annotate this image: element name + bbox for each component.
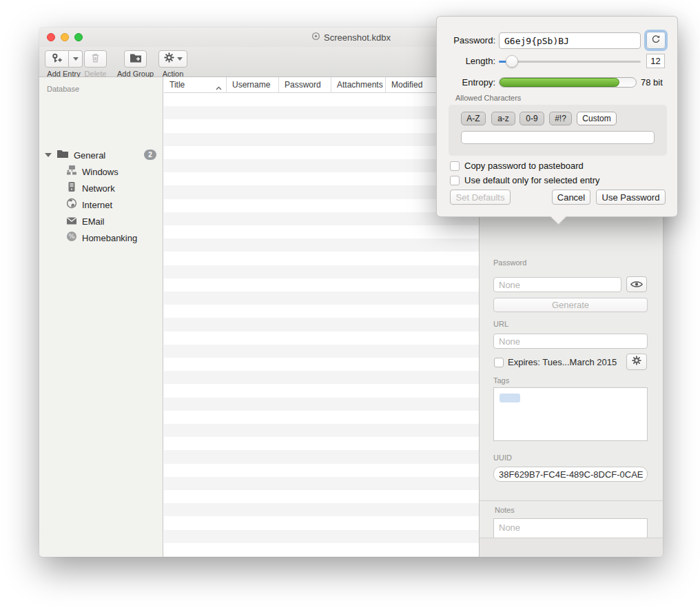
column-header-password[interactable]: Password [279, 77, 331, 92]
generate-button[interactable]: Generate [493, 298, 648, 312]
disclosure-triangle-icon[interactable] [45, 153, 52, 157]
default-selected-entry-label: Use default only for selected entry [464, 175, 600, 185]
eye-icon [630, 278, 643, 291]
sidebar-item-label: EMail [82, 216, 105, 227]
column-header-label: Modified [391, 80, 422, 90]
allowed-characters-box: A-Za-z0-9#!?Custom [449, 105, 667, 156]
trash-icon [90, 52, 101, 66]
folder-plus-icon [130, 53, 142, 65]
sidebar-item-label: Homebanking [82, 233, 137, 243]
add-entry-dropdown-button[interactable] [69, 50, 83, 68]
folder-icon [56, 149, 69, 161]
url-field[interactable]: None [493, 334, 648, 349]
expires-checkbox[interactable] [494, 358, 504, 367]
envelope-icon [66, 215, 77, 227]
generated-password-field[interactable]: G6ej9{pSb)BJ [499, 32, 641, 49]
toolbar-item-delete: Delete [84, 50, 107, 78]
add-group-button[interactable] [124, 50, 147, 68]
length-label: Length: [437, 56, 495, 66]
sidebar-item-label: Windows [82, 167, 119, 177]
charset-button-custom[interactable]: Custom [577, 112, 617, 125]
regenerate-password-button[interactable] [646, 32, 666, 49]
sidebar-item-general[interactable]: General 2 [39, 147, 163, 163]
column-header-attachments[interactable]: Attachments [331, 77, 386, 92]
length-slider[interactable] [499, 61, 641, 63]
popover-password-label: Password: [437, 35, 495, 45]
uuid-section-label: UUID [493, 453, 512, 462]
svg-text:%: % [68, 232, 74, 240]
document-proxy-icon [311, 31, 320, 43]
column-header-label: Attachments [337, 80, 383, 90]
show-password-button[interactable] [626, 276, 647, 292]
column-header-label: Password [285, 80, 321, 90]
entropy-bar-fill [500, 78, 619, 87]
inspector-bottom-bar [480, 538, 663, 557]
entry-count-badge: 2 [144, 150, 156, 160]
delete-button[interactable] [84, 50, 107, 68]
key-plus-icon [51, 52, 63, 66]
chevron-down-icon [73, 57, 79, 61]
gear-icon [164, 52, 174, 65]
copy-pasteboard-label: Copy password to pasteboard [464, 161, 584, 171]
charset-button-az[interactable]: A-Z [461, 112, 486, 125]
refresh-icon [651, 34, 661, 47]
length-value-box[interactable]: 12 [646, 54, 665, 68]
sidebar-item-homebanking[interactable]: %Homebanking [39, 230, 163, 245]
expires-settings-button[interactable] [626, 354, 647, 370]
toolbar-item-add-entry: Add Entry [45, 50, 83, 78]
sidebar-item-label: General [74, 150, 105, 161]
globe-icon [66, 198, 77, 212]
sidebar-item-label: Network [82, 183, 115, 194]
entropy-bar [499, 77, 637, 88]
password-section-label: Password [493, 258, 526, 267]
sidebar-item-windows[interactable]: Windows [39, 164, 163, 179]
use-password-button[interactable]: Use Password [596, 190, 666, 205]
default-selected-entry-row: Use default only for selected entry [450, 175, 600, 185]
sidebar-header: Database [47, 85, 79, 93]
default-selected-entry-checkbox[interactable] [450, 176, 460, 185]
charset-button-az[interactable]: a-z [491, 112, 515, 125]
add-entry-button[interactable] [45, 50, 69, 68]
uuid-field[interactable]: 38F629B7-FC4E-489C-8DCF-0CAE [493, 467, 648, 482]
length-slider-knob[interactable] [506, 55, 518, 68]
percent-icon: % [66, 231, 77, 245]
sidebar-item-network[interactable]: Network [39, 181, 163, 196]
sidebar-item-email[interactable]: EMail [39, 214, 163, 229]
tags-field[interactable] [493, 387, 648, 441]
url-section-label: URL [493, 320, 508, 328]
toolbar-item-action: Action [158, 50, 187, 78]
server-icon [66, 181, 77, 195]
tag-token[interactable] [500, 394, 520, 402]
allowed-characters-label: Allowed Characters [455, 94, 521, 102]
section-divider [480, 500, 663, 501]
password-field[interactable]: None [493, 277, 621, 292]
entry-table: TitleUsernamePasswordAttachmentsModified [164, 77, 479, 557]
chevron-down-icon [177, 57, 183, 61]
set-defaults-button[interactable]: Set Defaults [450, 190, 511, 205]
gear-icon [632, 356, 641, 368]
expires-row: Expires: Tues...March 2015 [494, 357, 617, 367]
action-button[interactable] [158, 50, 187, 68]
cancel-button[interactable]: Cancel [552, 190, 590, 205]
sidebar-item-label: Internet [82, 200, 112, 210]
table-rows[interactable] [164, 93, 479, 557]
expires-label: Expires: Tues...March 2015 [508, 357, 617, 367]
copy-pasteboard-checkbox[interactable] [450, 161, 460, 171]
tags-section-label: Tags [493, 376, 509, 385]
charset-button-09[interactable]: 0-9 [519, 112, 544, 125]
column-header-label: Username [232, 80, 270, 90]
column-header-title[interactable]: Title [164, 77, 227, 92]
sidebar: Database General 2 WindowsNetworkInterne… [39, 77, 163, 557]
column-header-label: Title [169, 80, 185, 90]
copy-pasteboard-row: Copy password to pasteboard [450, 161, 584, 171]
sort-ascending-icon [216, 83, 222, 92]
custom-charset-field[interactable] [461, 131, 655, 144]
charset-button-[interactable]: #!? [549, 112, 572, 125]
column-header-username[interactable]: Username [227, 77, 279, 92]
entropy-value: 78 bit [641, 77, 663, 88]
sidebar-item-internet[interactable]: Internet [39, 197, 163, 212]
table-header: TitleUsernamePasswordAttachmentsModified [164, 77, 479, 93]
toolbar-item-add-group: Add Group [117, 50, 154, 78]
entropy-label: Entropy: [437, 77, 495, 88]
window-title: Screenshot.kdbx [324, 32, 391, 43]
